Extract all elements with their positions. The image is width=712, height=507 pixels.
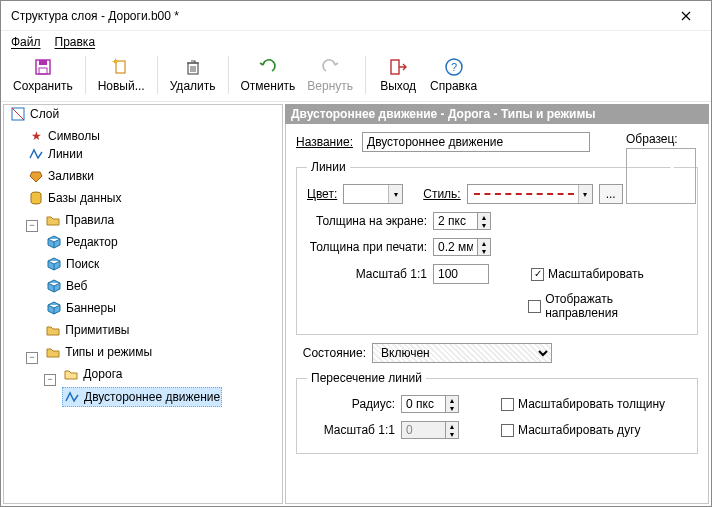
detail-pane: Двустороннее движение - Дорога - Типы и …	[285, 104, 709, 504]
lines-legend: Линии	[307, 160, 350, 174]
titlebar: Структура слоя - Дороги.b00 *	[1, 1, 711, 31]
sample-label: Образец:	[626, 132, 696, 146]
showdir-checkbox[interactable]: Отображать направления	[528, 292, 687, 320]
cross-legend: Пересечение линий	[307, 371, 426, 385]
star-icon: ★	[28, 128, 44, 144]
help-icon: ?	[444, 57, 464, 77]
preview-group: Образец:	[626, 132, 696, 204]
screen-thickness-input[interactable]: ▲▼	[433, 212, 491, 230]
folder-icon	[45, 212, 61, 228]
cube-icon	[46, 300, 62, 316]
new-icon	[111, 57, 131, 77]
tree-typesmodes[interactable]: Типы и режимы	[43, 343, 154, 361]
sample-preview	[626, 148, 696, 204]
state-select[interactable]: Включен	[372, 343, 552, 363]
tree-lines[interactable]: Линии	[26, 145, 85, 163]
menu-edit[interactable]: Правка	[55, 35, 96, 49]
undo-button[interactable]: Отменить	[235, 55, 302, 95]
scale11-label: Масштаб 1:1	[307, 267, 427, 281]
style-picker[interactable]: ▾	[467, 184, 593, 204]
polyline-icon	[64, 389, 80, 405]
scale-arc-checkbox[interactable]: Масштабировать дугу	[501, 423, 641, 437]
redo-button: Вернуть	[301, 55, 359, 95]
scale-checkbox[interactable]: ✓Масштабировать	[531, 267, 644, 281]
screen-thickness-label: Толщина на экране:	[307, 214, 427, 228]
tree-web[interactable]: Веб	[44, 277, 89, 295]
menubar: Файл Правка	[1, 31, 711, 51]
tree-rules[interactable]: Правила	[43, 211, 116, 229]
close-button[interactable]	[669, 6, 703, 26]
color-label: Цвет:	[307, 187, 337, 201]
svg-line-10	[633, 155, 689, 198]
svg-text:?: ?	[451, 61, 457, 73]
exit-button[interactable]: Выход	[372, 55, 424, 95]
style-label: Стиль:	[423, 187, 460, 201]
svg-rect-3	[116, 61, 125, 73]
collapse-road[interactable]: −	[44, 374, 56, 386]
cube-icon	[46, 234, 62, 250]
window-title: Структура слоя - Дороги.b00 *	[11, 9, 669, 23]
database-icon	[28, 190, 44, 206]
tree-root[interactable]: Слой	[8, 105, 61, 123]
cube-icon	[46, 256, 62, 272]
pane-title: Двустороннее движение - Дорога - Типы и …	[285, 104, 709, 124]
style-more-button[interactable]: ...	[599, 184, 623, 204]
save-icon	[33, 57, 53, 77]
collapse-typesmodes[interactable]: −	[26, 352, 38, 364]
folder-open-icon	[63, 366, 79, 382]
tree-road[interactable]: Дорога	[61, 365, 124, 383]
tree-banners[interactable]: Баннеры	[44, 299, 118, 317]
tree-fills[interactable]: Заливки	[26, 167, 96, 185]
cross-fieldset: Пересечение линий Радиус: ▲▼ Масштабиров…	[296, 371, 698, 454]
trash-icon	[183, 57, 203, 77]
scale11-input[interactable]	[433, 264, 489, 284]
radius-label: Радиус:	[307, 397, 395, 411]
print-thickness-label: Толщина при печати:	[307, 240, 427, 254]
svg-rect-5	[391, 60, 399, 74]
color-picker[interactable]: ▾	[343, 184, 403, 204]
folder-icon	[45, 322, 61, 338]
collapse-rules[interactable]: −	[26, 220, 38, 232]
undo-icon	[258, 57, 278, 77]
delete-button[interactable]: Удалить	[164, 55, 222, 95]
folder-icon	[45, 344, 61, 360]
new-button[interactable]: Новый...	[92, 55, 151, 95]
scale-thick-checkbox[interactable]: Масштабировать толщину	[501, 397, 665, 411]
cube-icon	[46, 278, 62, 294]
exit-icon	[388, 57, 408, 77]
name-input[interactable]	[362, 132, 590, 152]
scale11b-input: ▲▼	[401, 421, 459, 439]
redo-icon	[320, 57, 340, 77]
tree-symbols[interactable]: ★Символы	[26, 127, 102, 145]
save-button[interactable]: Сохранить	[7, 55, 79, 95]
help-button[interactable]: ? Справка	[424, 55, 483, 95]
state-label: Состояние:	[296, 346, 366, 360]
tree-search[interactable]: Поиск	[44, 255, 101, 273]
tree-editor[interactable]: Редактор	[44, 233, 120, 251]
tree-twoway[interactable]: Двустороннее движение	[62, 387, 222, 407]
fill-icon	[28, 168, 44, 184]
tree-primitives[interactable]: Примитивы	[43, 321, 131, 339]
polyline-icon	[28, 146, 44, 162]
menu-file[interactable]: Файл	[11, 35, 41, 49]
name-label: Название:	[296, 135, 356, 149]
print-thickness-input[interactable]: ▲▼	[433, 238, 491, 256]
svg-rect-2	[39, 68, 47, 74]
layer-icon	[10, 106, 26, 122]
svg-rect-1	[39, 60, 47, 65]
scale11b-label: Масштаб 1:1	[307, 423, 395, 437]
tree-databases[interactable]: Базы данных	[26, 189, 123, 207]
toolbar: Сохранить Новый... Удалить Отменить Верн…	[1, 51, 711, 102]
tree-view[interactable]: Слой ★Символы Линии Заливки Базы данных …	[3, 104, 283, 504]
radius-input[interactable]: ▲▼	[401, 395, 459, 413]
